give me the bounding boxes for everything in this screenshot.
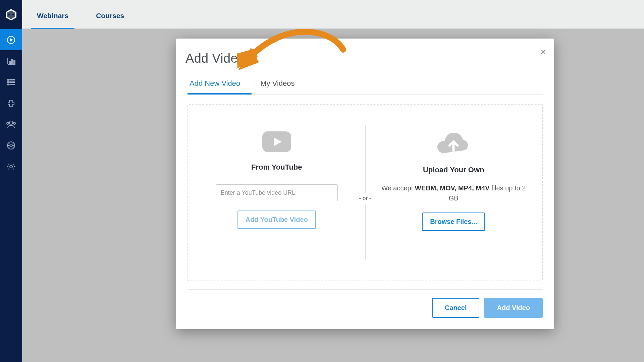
upload-hint: We accept WEBM, MOV, MP4, M4V files up t… <box>379 183 529 203</box>
tab-my-videos[interactable]: My Videos <box>258 79 306 94</box>
add-video-button[interactable]: Add Video <box>484 298 543 318</box>
modal-title: Add Video <box>185 51 543 66</box>
tab-add-new-video[interactable]: Add New Video <box>187 79 252 94</box>
sidebar-item-analytics[interactable] <box>0 50 22 71</box>
browse-files-button[interactable]: Browse Files... <box>422 213 485 231</box>
sidebar <box>0 0 22 362</box>
cancel-button[interactable]: Cancel <box>432 298 480 318</box>
sidebar-item-users[interactable] <box>0 114 22 135</box>
youtube-title: From YouTube <box>251 163 302 172</box>
youtube-icon <box>262 131 291 154</box>
panel-divider <box>365 125 366 260</box>
sidebar-item-play[interactable] <box>0 29 22 50</box>
svg-rect-14 <box>10 84 14 85</box>
sidebar-item-help[interactable] <box>0 135 22 156</box>
svg-marker-5 <box>10 38 13 42</box>
svg-point-16 <box>7 122 9 124</box>
tab-courses[interactable]: Courses <box>90 12 130 28</box>
or-label: - or - <box>357 193 374 204</box>
svg-rect-8 <box>14 60 15 64</box>
upload-section: Upload Your Own We accept WEBM, MOV, MP4… <box>365 105 542 281</box>
svg-rect-3 <box>12 14 14 15</box>
svg-rect-6 <box>9 61 10 64</box>
svg-point-11 <box>7 81 9 83</box>
sidebar-item-settings[interactable] <box>0 156 22 177</box>
sidebar-item-list[interactable] <box>0 71 22 93</box>
modal-tabbar: Add New Video My Videos <box>187 79 543 95</box>
svg-point-9 <box>7 79 9 80</box>
youtube-url-input[interactable] <box>216 184 338 201</box>
topbar: Webinars Courses <box>22 0 644 29</box>
upload-hint-prefix: We accept <box>381 184 415 192</box>
close-icon[interactable]: × <box>541 47 546 57</box>
svg-point-20 <box>10 165 12 168</box>
modal-footer: Cancel Add Video <box>187 289 543 318</box>
sidebar-item-integrations[interactable] <box>0 93 22 114</box>
tab-webinars[interactable]: Webinars <box>31 12 74 28</box>
upload-title: Upload Your Own <box>423 166 484 174</box>
add-video-modal: Add Video × Add New Video My Videos - or… <box>176 39 554 329</box>
upload-panel: - or - From YouTube Add YouTube Video Up… <box>187 104 543 281</box>
add-youtube-video-button[interactable]: Add YouTube Video <box>237 210 316 229</box>
svg-rect-10 <box>10 79 14 80</box>
svg-rect-2 <box>8 14 10 15</box>
svg-point-19 <box>10 144 12 147</box>
svg-point-15 <box>9 121 13 124</box>
cloud-upload-icon <box>437 131 470 156</box>
svg-rect-7 <box>11 59 13 64</box>
svg-rect-12 <box>10 82 14 82</box>
app-logo <box>0 0 22 29</box>
svg-point-13 <box>7 84 9 85</box>
upload-hint-formats: WEBM, MOV, MP4, M4V <box>415 184 490 192</box>
youtube-section: From YouTube Add YouTube Video <box>188 105 365 281</box>
svg-point-17 <box>13 122 15 124</box>
